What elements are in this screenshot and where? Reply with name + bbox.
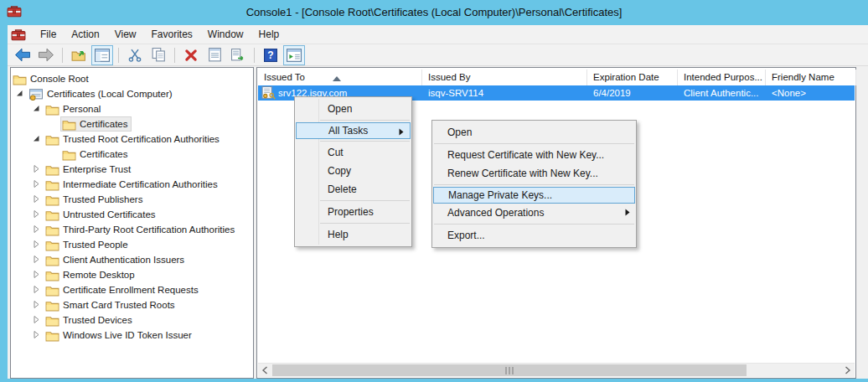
submenu-item-open[interactable]: Open (432, 123, 636, 142)
submenu-item-label: Request Certificate with New Key... (447, 149, 604, 161)
toolbar-delete-button[interactable] (180, 45, 202, 65)
context-menu-item-cut[interactable]: Cut (295, 143, 411, 162)
horizontal-scrollbar[interactable] (258, 363, 855, 377)
menu-favorites[interactable]: Favorites (144, 25, 200, 44)
menu-bar: FileActionViewFavoritesWindowHelp (8, 25, 868, 44)
expander-collapsed-icon[interactable] (33, 180, 40, 188)
tree-item-enterprise-trust[interactable]: Enterprise Trust (11, 162, 253, 177)
scroll-left-button[interactable] (258, 364, 271, 377)
tree-item-client-authentication-issuers[interactable]: Client Authentication Issuers (11, 252, 253, 267)
expander-collapsed-icon[interactable] (33, 286, 40, 293)
context-menu-item-label: Delete (328, 183, 357, 195)
column-header-friendly-name[interactable]: Friendly Name (766, 70, 856, 85)
toolbar-properties-button[interactable] (204, 45, 225, 65)
column-header-issued-by[interactable]: Issued By (422, 70, 587, 85)
tree-node[interactable]: Untrusted Certificates (44, 207, 159, 222)
tree-item-trusted-people[interactable]: Trusted People (11, 237, 253, 252)
tree-item-third-party-root-certification-authorities[interactable]: Third-Party Root Certification Authoriti… (11, 222, 253, 237)
expander-collapsed-icon[interactable] (33, 256, 40, 263)
column-header-label: Issued To (264, 72, 305, 82)
tree-node[interactable]: Remote Desktop (44, 267, 138, 282)
tree-node[interactable]: Personal (44, 101, 104, 116)
tree-node[interactable]: Certificates (60, 116, 132, 132)
tree-item-certificates-local-computer[interactable]: Certificates (Local Computer) (11, 86, 253, 101)
tree-node[interactable]: Trusted Devices (44, 312, 136, 328)
tree-node[interactable]: Trusted People (44, 237, 132, 252)
context-menu-item-copy[interactable]: Copy (295, 162, 411, 180)
folder-icon (62, 148, 76, 161)
submenu-item-request-certificate-with-new-key[interactable]: Request Certificate with New Key... (432, 146, 636, 164)
tree-item-trusted-publishers[interactable]: Trusted Publishers (11, 192, 253, 207)
submenu-item-renew-certificate-with-new-key[interactable]: Renew Certificate with New Key... (432, 164, 636, 183)
tree-node[interactable]: Intermediate Certification Authorities (44, 177, 221, 192)
menu-view[interactable]: View (107, 25, 144, 44)
submenu-item-advanced-operations[interactable]: Advanced Operations (432, 204, 636, 222)
expander-collapsed-icon[interactable] (33, 225, 40, 233)
submenu-item-manage-private-keys[interactable]: Manage Private Keys... (433, 187, 635, 204)
expander-collapsed-icon[interactable] (33, 301, 40, 308)
expander-collapsed-icon[interactable] (33, 210, 40, 218)
menu-action[interactable]: Action (64, 25, 106, 44)
tree-node[interactable]: Certificate Enrollment Requests (44, 282, 202, 297)
expander-collapsed-icon[interactable] (33, 195, 40, 203)
tree-item-label: Windows Live ID Token Issuer (63, 328, 192, 343)
tree-item-trusted-root-certification-authorities[interactable]: Trusted Root Certification Authorities (11, 132, 253, 147)
column-header-issued-to[interactable]: Issued To (258, 70, 422, 85)
tree-item-windows-live-id-token-issuer[interactable]: Windows Live ID Token Issuer (11, 328, 253, 343)
tree-node[interactable]: Trusted Root Certification Authorities (44, 132, 223, 147)
expander-collapsed-icon[interactable] (33, 316, 40, 323)
tree-item-remote-desktop[interactable]: Remote Desktop (11, 267, 253, 282)
tree-node[interactable]: Smart Card Trusted Roots (44, 297, 178, 312)
menu-help[interactable]: Help (251, 25, 287, 44)
folder-icon (45, 133, 59, 146)
expander-collapsed-icon[interactable] (33, 331, 40, 338)
forward-arrow-icon (38, 48, 54, 62)
tree-node[interactable]: Trusted Publishers (44, 192, 146, 207)
expander-collapsed-icon[interactable] (33, 271, 40, 278)
tree-item-console-root[interactable]: Console Root (11, 71, 253, 86)
tree-node[interactable]: Windows Live ID Token Issuer (44, 328, 195, 343)
column-header-intended-purpos[interactable]: Intended Purpos... (678, 70, 766, 85)
tree-node[interactable]: Client Authentication Issuers (44, 252, 188, 267)
context-menu-item-help[interactable]: Help (295, 225, 411, 244)
tree-item-personal[interactable]: Personal (11, 101, 253, 116)
toolbar-copy-button[interactable] (147, 45, 169, 65)
tree-node[interactable]: Certificates (Local Computer) (27, 86, 176, 101)
tree-node[interactable]: Third-Party Root Certification Authoriti… (44, 222, 238, 237)
toolbar-export-list-button[interactable] (227, 45, 249, 65)
mmc-child-window-icon[interactable] (11, 28, 26, 41)
context-menu-item-all-tasks[interactable]: All Tasks (296, 122, 411, 139)
submenu-item-export[interactable]: Export... (432, 226, 636, 245)
context-menu-item-properties[interactable]: Properties (295, 203, 411, 221)
expander-expanded-icon[interactable] (33, 105, 40, 112)
toolbar-cut-button[interactable] (124, 45, 146, 65)
context-menu-item-delete[interactable]: Delete (295, 180, 411, 199)
tree-item-certificate-enrollment-requests[interactable]: Certificate Enrollment Requests (11, 282, 253, 297)
menu-window[interactable]: Window (200, 25, 251, 44)
toolbar-up-one-level-button[interactable] (68, 45, 90, 65)
toolbar-show-action-pane-button[interactable] (283, 45, 305, 65)
tree-item-smart-card-trusted-roots[interactable]: Smart Card Trusted Roots (11, 297, 253, 312)
tree-item-certificates[interactable]: Certificates (11, 116, 253, 132)
tree-item-trusted-devices[interactable]: Trusted Devices (11, 312, 253, 328)
toolbar-forward-arrow-button[interactable] (35, 45, 57, 65)
expander-expanded-icon[interactable] (16, 90, 23, 97)
toolbar-back-arrow-button[interactable] (12, 45, 34, 65)
tree-item-untrusted-certificates[interactable]: Untrusted Certificates (11, 207, 253, 222)
context-menu-item-open[interactable]: Open (295, 100, 411, 118)
scrollbar-thumb[interactable] (272, 364, 747, 376)
toolbar-show-console-tree-button[interactable] (91, 45, 113, 65)
scroll-right-button[interactable] (841, 364, 855, 377)
tree-item-certificates-2[interactable]: Certificates (11, 147, 253, 162)
expander-expanded-icon[interactable] (33, 135, 40, 142)
tree-node[interactable]: Enterprise Trust (44, 162, 134, 177)
tree-node[interactable]: Certificates (60, 147, 132, 162)
column-header-expiration-date[interactable]: Expiration Date (587, 70, 678, 85)
expander-collapsed-icon[interactable] (33, 240, 40, 248)
toolbar-help-button[interactable]: ? (260, 45, 282, 65)
tree-item-intermediate-certification-authorities[interactable]: Intermediate Certification Authorities (11, 177, 253, 192)
expander-collapsed-icon[interactable] (33, 165, 40, 173)
menu-file[interactable]: File (33, 25, 64, 44)
tree-node[interactable]: Console Root (11, 71, 92, 86)
tree-item-label: Trusted Publishers (63, 192, 142, 207)
